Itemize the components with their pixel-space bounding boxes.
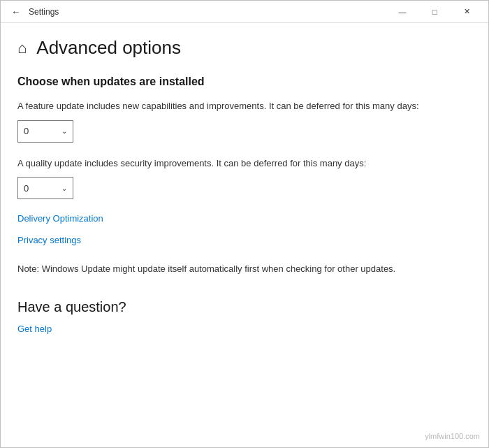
quality-update-dropdown[interactable]: 0 ⌄ (17, 177, 73, 199)
chevron-down-icon-2: ⌄ (61, 185, 67, 192)
note-text: Note: Windows Update might update itself… (17, 262, 423, 277)
maximize-button[interactable]: □ (418, 1, 451, 23)
feature-update-description: A feature update includes new capabiliti… (17, 99, 472, 113)
main-content: ⌂ Advanced options Choose when updates a… (1, 23, 488, 447)
minimize-button[interactable]: — (386, 1, 418, 23)
delivery-optimization-link[interactable]: Delivery Optimization (17, 213, 472, 224)
settings-window: ← Settings — □ ✕ ⌂ Advanced options Choo… (0, 0, 489, 448)
page-header: ⌂ Advanced options (17, 37, 472, 59)
window-controls: — □ ✕ (386, 1, 483, 23)
window-title: Settings (29, 7, 386, 17)
question-title: Have a question? (17, 299, 472, 315)
page-title: Advanced options (36, 37, 181, 59)
feature-update-dropdown-wrapper: 0 ⌄ (17, 120, 472, 143)
quality-update-value: 0 (24, 183, 61, 194)
feature-update-value: 0 (24, 126, 61, 136)
question-section: Have a question? Get help (17, 299, 472, 334)
chevron-down-icon: ⌄ (61, 127, 67, 135)
privacy-settings-link[interactable]: Privacy settings (17, 235, 472, 245)
back-icon: ← (11, 6, 21, 17)
get-help-link[interactable]: Get help (17, 324, 472, 334)
watermark: ylmfwin100.com (425, 432, 480, 440)
quality-update-description: A quality update includes security impro… (17, 157, 472, 171)
title-bar: ← Settings — □ ✕ (1, 1, 488, 23)
section-title: Choose when updates are installed (17, 75, 472, 88)
close-button[interactable]: ✕ (451, 1, 483, 23)
back-button[interactable]: ← (6, 2, 26, 22)
quality-update-dropdown-wrapper: 0 ⌄ (17, 177, 472, 199)
home-icon: ⌂ (17, 41, 27, 56)
feature-update-dropdown[interactable]: 0 ⌄ (17, 120, 73, 143)
